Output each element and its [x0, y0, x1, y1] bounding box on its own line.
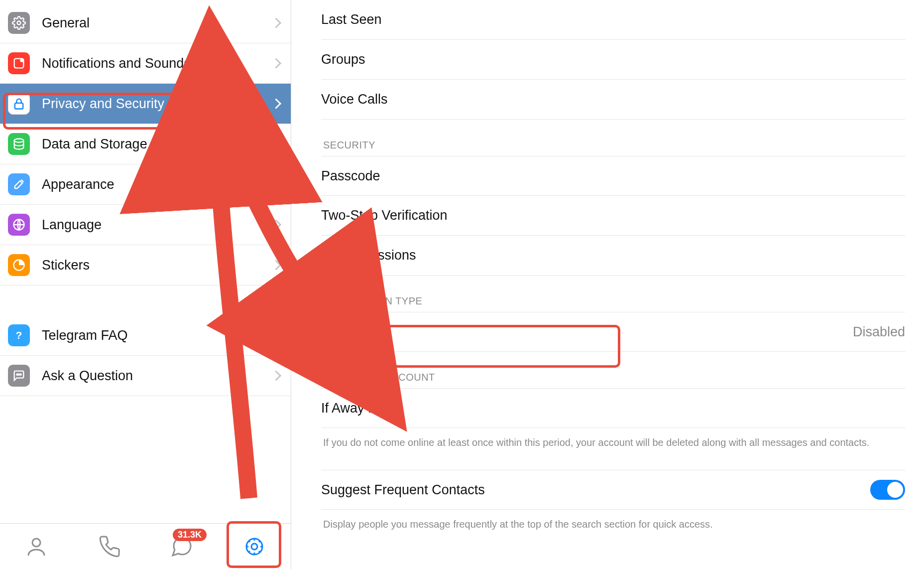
- svg-point-11: [32, 539, 40, 547]
- row-label: Passcode: [321, 168, 380, 184]
- sidebar-list: General Notifications and Sounds Privacy…: [0, 0, 291, 523]
- row-label: Suggest Frequent Contacts: [321, 482, 485, 498]
- sidebar-item-label: Data and Storage: [42, 137, 147, 152]
- unread-badge: 31.3K: [173, 529, 207, 541]
- row-last-seen[interactable]: Last Seen: [321, 0, 905, 40]
- svg-point-4: [14, 139, 24, 142]
- row-use-proxy[interactable]: Use Proxy Disabled: [321, 312, 905, 352]
- sidebar-item-faq[interactable]: ? Telegram FAQ: [0, 315, 291, 356]
- row-label: Use Proxy: [321, 324, 383, 340]
- sidebar-item-label: Notifications and Sounds: [42, 56, 191, 71]
- tab-chats[interactable]: 31.3K: [167, 532, 197, 562]
- sidebar-item-language[interactable]: Language: [0, 205, 291, 245]
- row-label: Groups: [321, 52, 365, 67]
- row-if-away[interactable]: If Away For: [321, 388, 905, 428]
- sidebar-item-label: Language: [42, 217, 102, 233]
- row-value: Disabled: [853, 324, 905, 340]
- tab-calls[interactable]: [94, 532, 124, 562]
- svg-point-2: [20, 59, 23, 62]
- svg-point-0: [17, 21, 21, 25]
- footer-away: If you do not come online at least once …: [323, 435, 881, 450]
- svg-text:?: ?: [16, 329, 22, 341]
- settings-main: Last Seen Groups Voice Calls Security Pa…: [291, 0, 924, 569]
- svg-point-8: [16, 374, 17, 375]
- svg-point-10: [20, 374, 21, 375]
- row-label: Last Seen: [321, 12, 382, 27]
- tab-settings[interactable]: [239, 532, 269, 562]
- sidebar-item-general[interactable]: General: [0, 3, 291, 43]
- row-suggest-contacts[interactable]: Suggest Frequent Contacts: [321, 470, 905, 510]
- sidebar-item-label: General: [42, 15, 90, 31]
- row-label: Two-Step Verification: [321, 208, 448, 223]
- sidebar-item-privacy[interactable]: Privacy and Security: [0, 84, 291, 124]
- chat-icon: [8, 365, 30, 387]
- row-voice-calls[interactable]: Voice Calls: [321, 80, 905, 120]
- section-header-delete: Delete My Account: [323, 372, 905, 383]
- lock-icon: [8, 93, 30, 115]
- brush-icon: [8, 173, 30, 195]
- row-passcode[interactable]: Passcode: [321, 156, 905, 196]
- sidebar-item-notifications[interactable]: Notifications and Sounds: [0, 43, 291, 84]
- sidebar-item-label: Appearance: [42, 177, 115, 192]
- svg-point-9: [18, 374, 19, 375]
- row-label: Voice Calls: [321, 92, 388, 107]
- row-active-sessions[interactable]: Active Sessions: [321, 236, 905, 276]
- section-header-connection: Connection Type: [323, 295, 905, 307]
- footer-suggest: Display people you message frequently at…: [323, 517, 881, 532]
- sidebar-item-data[interactable]: Data and Storage: [0, 124, 291, 164]
- globe-icon: [8, 214, 30, 236]
- row-groups[interactable]: Groups: [321, 40, 905, 80]
- row-label: If Away For: [321, 401, 388, 416]
- sidebar-item-stickers[interactable]: Stickers: [0, 245, 291, 285]
- toggle-suggest-contacts[interactable]: [870, 480, 905, 500]
- sidebar-item-label: Stickers: [42, 258, 90, 273]
- storage-icon: [8, 133, 30, 155]
- sticker-icon: [8, 254, 30, 276]
- settings-sidebar: General Notifications and Sounds Privacy…: [0, 0, 291, 569]
- notifications-icon: [8, 52, 30, 74]
- sidebar-gap: [0, 285, 291, 315]
- sidebar-item-label: Ask a Question: [42, 368, 133, 384]
- question-icon: ?: [8, 324, 30, 346]
- svg-rect-3: [15, 103, 23, 109]
- row-label: Active Sessions: [321, 248, 416, 263]
- tab-contacts[interactable]: [21, 532, 51, 562]
- tabbar: 31.3K: [0, 523, 291, 569]
- section-header-security: Security: [323, 140, 905, 151]
- sidebar-item-ask[interactable]: Ask a Question: [0, 356, 291, 396]
- gear-icon: [8, 12, 30, 34]
- row-two-step[interactable]: Two-Step Verification: [321, 196, 905, 236]
- sidebar-item-appearance[interactable]: Appearance: [0, 164, 291, 205]
- sidebar-item-label: Telegram FAQ: [42, 328, 128, 343]
- svg-point-13: [251, 544, 257, 550]
- sidebar-item-label: Privacy and Security: [42, 96, 164, 112]
